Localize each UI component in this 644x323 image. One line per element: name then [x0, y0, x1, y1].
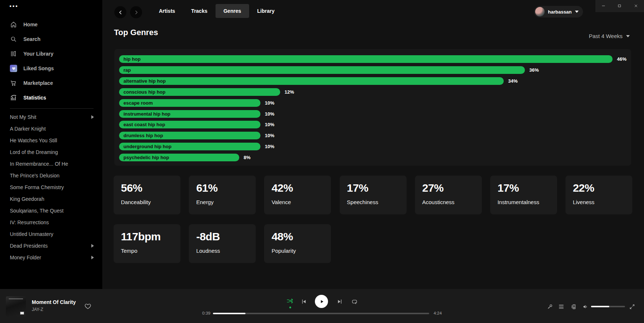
queue-button[interactable]	[558, 304, 564, 310]
user-name: harbassan	[548, 9, 572, 15]
stat-value: -8dB	[196, 230, 248, 243]
sidebar-item-marketplace[interactable]: Marketplace	[0, 76, 102, 90]
stat-value: 27%	[422, 182, 475, 194]
tab-tracks[interactable]: Tracks	[183, 4, 215, 18]
queue-icon	[558, 304, 564, 310]
next-button[interactable]	[336, 298, 343, 305]
genre-label: drumless hip hop	[123, 133, 163, 138]
tab-genres[interactable]: Genres	[216, 4, 249, 18]
chevron-down-icon	[575, 11, 579, 13]
sidebar-item-search[interactable]: Search	[0, 32, 102, 46]
user-menu[interactable]: harbassan	[534, 6, 583, 18]
fullscreen-button[interactable]	[629, 304, 635, 310]
close-button[interactable]	[628, 0, 644, 12]
genre-bar: alternative hip hop	[119, 77, 504, 85]
sidebar-item-liked-songs[interactable]: Liked Songs	[0, 61, 102, 76]
previous-button[interactable]	[301, 298, 307, 305]
stat-card-popularity: 48%Popularity	[264, 224, 331, 263]
playlist-label: In Remembrance... Of He	[10, 161, 94, 167]
like-track-button[interactable]	[84, 303, 91, 310]
genre-bar-row: hip hop46%	[119, 55, 627, 63]
forward-button[interactable]	[130, 6, 142, 18]
playlist-item-soulqarians-the-quest[interactable]: Soulqarians, The Quest	[0, 205, 102, 217]
minimize-button[interactable]	[595, 0, 611, 12]
stat-label: Loudness	[196, 248, 248, 254]
sidebar: ••• HomeSearchYour LibraryLiked SongsMar…	[0, 0, 102, 289]
time-range-dropdown[interactable]: Past 4 Weeks	[589, 33, 630, 39]
sidebar-item-label: Statistics	[23, 95, 46, 101]
sidebar-item-statistics[interactable]: Statistics	[0, 90, 102, 105]
sidebar-nav: HomeSearchYour LibraryLiked SongsMarketp…	[0, 17, 102, 105]
track-title[interactable]: Moment Of Clarity	[32, 299, 76, 305]
album-art[interactable]	[6, 296, 26, 316]
playlist-item-not-my-shit[interactable]: Not My Shit	[0, 111, 102, 123]
genre-bar-row: alternative hip hop34%	[119, 77, 627, 85]
playlist-item-dead-presidents[interactable]: Dead Presidents	[0, 240, 102, 252]
maximize-button[interactable]	[611, 0, 628, 12]
playlist-item-the-prince-s-delusion[interactable]: The Prince's Delusion	[0, 170, 102, 181]
playlist-label: He Watches You Still	[10, 138, 94, 143]
window-controls	[595, 0, 644, 12]
sidebar-item-home[interactable]: Home	[0, 17, 102, 32]
repeat-icon	[351, 298, 358, 305]
genre-bar-row: underground hip hop10%	[119, 143, 627, 150]
devices-button[interactable]	[571, 304, 577, 310]
tab-artists[interactable]: Artists	[151, 4, 183, 18]
stat-label: Speechiness	[347, 199, 399, 205]
playlist-item-some-forma-chemistry[interactable]: Some Forma Chemistry	[0, 181, 102, 193]
stat-card-loudness: -8dBLoudness	[189, 224, 256, 263]
stat-value: 56%	[121, 182, 173, 194]
genre-label: psychedelic hip hop	[123, 155, 169, 160]
shuffle-button[interactable]	[286, 298, 294, 305]
playlist-item-a-darker-knight[interactable]: A Darker Knight	[0, 123, 102, 135]
volume-slider[interactable]	[591, 306, 625, 307]
stat-label: Instrumentalness	[498, 199, 550, 205]
expand-arrow-icon[interactable]	[91, 244, 94, 248]
genre-label: hip hop	[123, 56, 141, 62]
stats-tabs: ArtistsTracksGenresLibrary	[151, 4, 282, 18]
mic-button[interactable]	[547, 304, 553, 310]
genre-label: escape room	[123, 100, 153, 106]
volume-icon	[582, 304, 588, 310]
sidebar-item-your-library[interactable]: Your Library	[0, 46, 102, 61]
playlist-item-iv-resurrections[interactable]: IV: Resurrections	[0, 217, 102, 228]
repeat-button[interactable]	[351, 298, 358, 305]
mic-icon	[547, 304, 553, 310]
fullscreen-icon	[629, 304, 635, 310]
stat-card-speechiness: 17%Speechiness	[340, 176, 407, 214]
genre-bar-row: escape room10%	[119, 99, 627, 107]
chevron-right-icon	[133, 10, 139, 15]
genre-percent: 10%	[265, 143, 274, 150]
playlist-label: Some Forma Chemistry	[10, 184, 94, 190]
playlist-item-untitled-unmastery[interactable]: Untitled Unmastery	[0, 228, 102, 240]
playlist-item-lord-of-the-dreaming[interactable]: Lord of the Dreaming	[0, 146, 102, 158]
sidebar-item-label: Home	[23, 22, 38, 27]
playlist-label: Lord of the Dreaming	[10, 149, 94, 155]
parental-advisory-mark	[20, 312, 24, 315]
expand-arrow-icon[interactable]	[91, 115, 94, 119]
stat-label: Acousticness	[422, 199, 475, 205]
previous-icon	[301, 298, 307, 305]
playlist-item-he-watches-you-still[interactable]: He Watches You Still	[0, 135, 102, 146]
playlist-item-in-remembrance-of-he[interactable]: In Remembrance... Of He	[0, 158, 102, 170]
total-duration: 4:24	[434, 311, 442, 315]
playlist-item-money-folder[interactable]: Money Folder	[0, 252, 102, 263]
expand-arrow-icon[interactable]	[91, 256, 94, 259]
sidebar-item-label: Your Library	[23, 51, 53, 57]
progress-bar[interactable]	[213, 313, 429, 314]
close-icon	[634, 3, 638, 10]
stats-cards-grid: 56%Danceability61%Energy42%Valence17%Spe…	[114, 176, 632, 263]
genre-bar-row: east coast hip hop10%	[119, 121, 627, 128]
app-menu-icon[interactable]: •••	[9, 3, 19, 9]
stat-label: Tempo	[121, 248, 173, 254]
track-artist[interactable]: JAY-Z	[32, 307, 43, 312]
stat-value: 48%	[271, 230, 324, 243]
playlist-label: Untitled Unmastery	[10, 231, 94, 237]
volume-button[interactable]	[582, 304, 588, 310]
back-button[interactable]	[114, 6, 126, 18]
genre-percent: 36%	[529, 66, 539, 74]
playlist-label: IV: Resurrections	[10, 219, 94, 225]
play-button[interactable]	[315, 295, 328, 308]
tab-library[interactable]: Library	[249, 4, 282, 18]
playlist-item-king-geedorah[interactable]: King Geedorah	[0, 193, 102, 205]
